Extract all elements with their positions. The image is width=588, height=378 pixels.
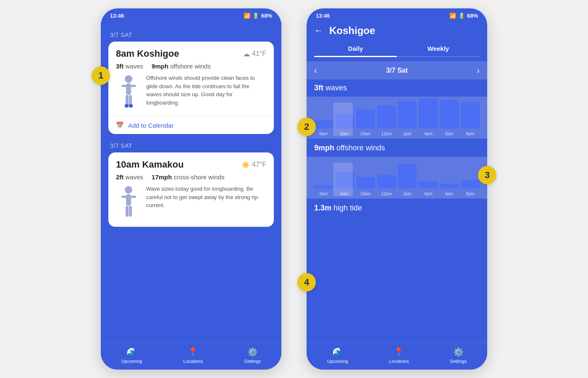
- calendar-icon: 📅: [116, 121, 124, 129]
- wind-bar: [398, 163, 417, 189]
- settings-icon: ⚙️: [247, 347, 258, 357]
- card2-temp: ☀️ 47°F: [242, 161, 266, 169]
- svg-rect-6: [125, 104, 129, 108]
- wind-bar-group: 8pm: [461, 180, 480, 196]
- right-nav-settings[interactable]: ⚙️ Settings: [450, 347, 467, 364]
- wind-bar-label: 6pm: [445, 192, 453, 196]
- wind-bar: [440, 184, 459, 189]
- tab-daily[interactable]: Daily: [314, 42, 397, 56]
- svg-point-8: [125, 186, 132, 194]
- wave-bar: [356, 110, 375, 129]
- wave-bar: [398, 101, 417, 129]
- wind-bar-group: 12pm: [377, 175, 396, 196]
- svg-rect-11: [130, 196, 136, 198]
- left-scroll-content: 3/7 SAT 8am Koshigoe ☁ 41°F: [101, 21, 281, 342]
- surf-card-2: 10am Kamakou ☀️ 47°F 2ft waves 17mph cro…: [108, 152, 274, 227]
- wave-bar: [440, 100, 459, 129]
- svg-rect-10: [121, 196, 127, 198]
- right-upcoming-icon: 🌊: [332, 347, 343, 357]
- right-nav-locations[interactable]: 📍 Locations: [389, 347, 409, 364]
- date-label-2: 3/7 SAT: [110, 142, 274, 149]
- upcoming-icon: 🌊: [126, 347, 137, 357]
- left-time: 13:46: [110, 13, 124, 19]
- wind-bar-group: 10am: [356, 177, 375, 196]
- right-location-title: Koshigoe: [329, 25, 375, 37]
- svg-point-0: [125, 75, 132, 83]
- tab-weekly[interactable]: Weekly: [397, 42, 480, 56]
- wave-bar: [314, 120, 333, 129]
- left-nav-locations[interactable]: 📍 Locations: [183, 347, 203, 364]
- locations-icon: 📍: [188, 347, 198, 357]
- card2-title: 10am Kamakou: [116, 159, 237, 170]
- wave-bar-group: 2pm: [398, 101, 417, 136]
- wind-section-header: 9mph offshore winds: [307, 139, 487, 157]
- wave-bar-label: 8pm: [466, 131, 474, 136]
- wave-bar-label: 12pm: [381, 131, 392, 136]
- wave-bar-group: 12pm: [377, 105, 396, 136]
- wave-bar: [419, 98, 438, 129]
- left-status-bar: 13:46 📶 🔋 68%: [101, 8, 281, 21]
- wind-bar-group: 2pm: [398, 163, 417, 196]
- date-label-1: 3/7 SAT: [110, 32, 274, 38]
- wave-bar-group: 10am: [356, 110, 375, 136]
- wind-bar-label: 8pm: [466, 192, 474, 196]
- wind-bar-group: 4pm: [419, 181, 438, 196]
- left-nav-upcoming[interactable]: 🌊 Upcoming: [121, 347, 142, 364]
- wave-bar-group: 6pm: [440, 100, 459, 136]
- card1-temp: ☁ 41°F: [243, 50, 266, 58]
- surfer-figure-2: [116, 185, 141, 223]
- waves-chart: 6am8am10am12pm2pm4pm6pm8pm: [307, 97, 487, 139]
- left-battery-pct: 68%: [261, 13, 272, 19]
- left-nav-settings[interactable]: ⚙️ Settings: [244, 347, 261, 364]
- wind-bar-label: 4pm: [424, 192, 432, 196]
- wave-bar-label: 4pm: [424, 131, 432, 136]
- wind-bar-label: 10am: [360, 192, 371, 196]
- wind-chart: 6am8am10am12pm2pm4pm6pm8pm: [307, 157, 487, 199]
- badge-3: 3: [478, 166, 496, 184]
- wind-bar-group: 6am: [314, 185, 333, 196]
- badge-2: 2: [297, 118, 316, 136]
- badge-1: 1: [92, 66, 110, 85]
- card2-stats: 2ft waves 17mph cross-shore winds: [108, 173, 274, 185]
- wind-bar: [377, 175, 396, 189]
- surf-card-1: 8am Koshigoe ☁ 41°F 3ft waves 9mph offsh…: [108, 42, 274, 134]
- right-nav-upcoming[interactable]: 🌊 Upcoming: [327, 347, 348, 364]
- svg-rect-1: [126, 83, 131, 95]
- right-locations-icon: 📍: [394, 347, 404, 357]
- wave-bar: [377, 105, 396, 129]
- wind-bar: [461, 180, 480, 189]
- tide-section-header: 1.3m high tide: [307, 200, 487, 217]
- date-navigator: ‹ 3/7 Sat ›: [307, 61, 487, 79]
- left-phone: 13:46 📶 🔋 68% 3/7 SAT 8am Koshigoe: [101, 8, 281, 370]
- right-battery-icon: 🔋: [458, 13, 465, 19]
- back-button[interactable]: ←: [314, 25, 323, 36]
- left-battery-icon: 🔋: [252, 13, 259, 19]
- right-signal-icon: 📶: [449, 13, 456, 19]
- wave-bar-label: 6pm: [445, 131, 453, 136]
- wave-bar-group: 4pm: [419, 98, 438, 136]
- card1-time: 8am: [116, 48, 134, 59]
- svg-rect-7: [129, 104, 133, 108]
- sun-icon: ☀️: [242, 161, 250, 169]
- card1-location: Koshigoe: [137, 48, 179, 59]
- add-to-calendar-btn[interactable]: 📅 Add to Calendar: [108, 116, 274, 134]
- wind-bar-label: 6am: [320, 192, 328, 196]
- badge-4: 4: [297, 273, 316, 291]
- card1-body: Offshore winds should provide clean face…: [108, 74, 274, 116]
- card1-title: 8am Koshigoe: [116, 48, 239, 59]
- wave-bar-label: 6am: [320, 131, 328, 136]
- wave-bar-group: 6am: [314, 120, 333, 136]
- right-bottom-nav: 🌊 Upcoming 📍 Locations ⚙️ Settings: [307, 342, 487, 370]
- right-phone: 13:46 📶 🔋 68% ← Koshigoe Daily Weekly ‹ …: [307, 8, 487, 370]
- waves-section-header: 3ft waves: [307, 79, 487, 97]
- wind-bar-group: 6pm: [440, 184, 459, 196]
- right-battery-pct: 68%: [467, 13, 478, 19]
- card1-desc: Offshore winds should provide clean face…: [146, 74, 266, 107]
- right-header: ← Koshigoe: [307, 21, 487, 42]
- date-prev-btn[interactable]: ‹: [314, 66, 317, 75]
- wind-bar-label: 12pm: [381, 192, 392, 196]
- date-next-btn[interactable]: ›: [477, 66, 480, 75]
- right-settings-icon: ⚙️: [453, 347, 464, 357]
- right-scroll-content: 3ft waves 6am8am10am12pm2pm4pm6pm8pm 9mp…: [307, 79, 487, 342]
- svg-rect-13: [129, 206, 132, 217]
